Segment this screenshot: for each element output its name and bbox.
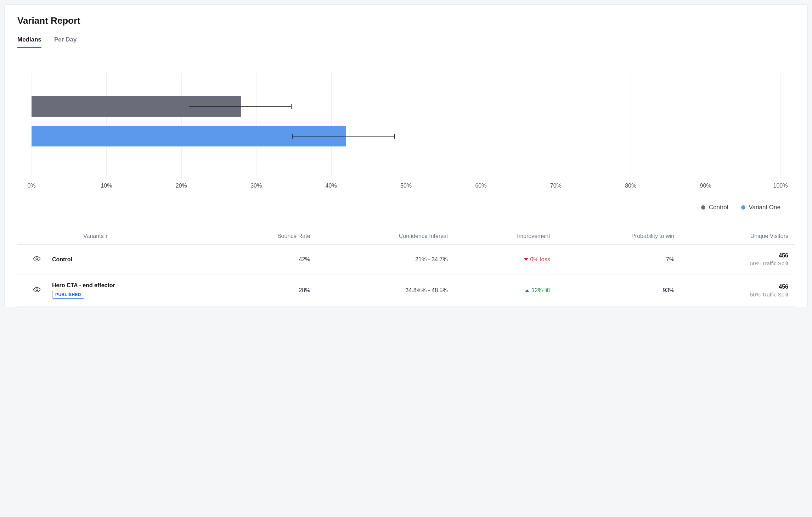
tab-per-day[interactable]: Per Day	[54, 36, 77, 48]
improvement-cell: 0% loss	[454, 245, 557, 274]
chart-gridline	[780, 73, 781, 179]
chart-x-axis: 0%10%20%30%40%50%60%70%80%90%100%	[32, 183, 780, 193]
swatch-variant-icon	[741, 205, 745, 210]
legend-label-variant: Variant One	[749, 204, 780, 211]
tab-medians[interactable]: Medians	[17, 36, 41, 48]
confidence-interval-cell: 21% - 34.7%	[316, 245, 454, 274]
improvement-cell: 12% lift	[454, 274, 557, 307]
th-probability-to-win[interactable]: Probability to win	[557, 228, 681, 245]
unique-visitors-cell: 45650% Traffic Split	[681, 245, 795, 274]
chart-error-bar-variant	[292, 136, 395, 137]
chart-x-tick: 40%	[326, 183, 337, 189]
chart-x-tick: 50%	[400, 183, 412, 189]
variant-report-card: Variant Report Medians Per Day 0%10%20%3…	[4, 4, 808, 307]
chart-x-tick: 80%	[625, 183, 636, 189]
th-confidence-interval[interactable]: Confidence Interval	[316, 228, 454, 245]
chart-x-tick: 90%	[700, 183, 711, 189]
th-improvement[interactable]: Improvement	[454, 228, 557, 245]
bounce-rate-cell: 28%	[215, 274, 316, 307]
svg-point-1	[36, 289, 38, 291]
caret-up-icon	[525, 289, 529, 292]
published-badge: PUBLISHED	[52, 291, 84, 299]
legend-item-control: Control	[701, 204, 728, 211]
bounce-rate-cell: 42%	[215, 245, 316, 274]
legend-item-variant-one: Variant One	[741, 204, 780, 211]
caret-down-icon	[524, 258, 528, 261]
probability-to-win-cell: 93%	[557, 274, 681, 307]
swatch-control-icon	[701, 205, 705, 210]
chart-x-tick: 10%	[101, 183, 112, 189]
table-row: Hero CTA - end effectorPUBLISHED28%34.8%…	[17, 274, 795, 307]
legend-label-control: Control	[709, 204, 728, 211]
svg-point-0	[36, 258, 38, 260]
confidence-interval-cell: 34.8%% - 48.5%	[316, 274, 454, 307]
chart-error-bar-control	[189, 106, 292, 107]
chart: 0%10%20%30%40%50%60%70%80%90%100%	[17, 62, 795, 197]
page-title: Variant Report	[17, 15, 795, 26]
variant-name: Control	[46, 245, 215, 274]
chart-legend: Control Variant One	[17, 197, 795, 221]
tabs: Medians Per Day	[17, 36, 795, 48]
chart-x-tick: 60%	[475, 183, 486, 189]
variants-table: Variants↑ Bounce Rate Confidence Interva…	[17, 228, 795, 307]
unique-visitors-cell: 45650% Traffic Split	[681, 274, 795, 307]
probability-to-win-cell: 7%	[557, 245, 681, 274]
eye-icon[interactable]	[33, 258, 41, 264]
chart-x-tick: 20%	[176, 183, 187, 189]
th-unique-visitors[interactable]: Unique Visitors	[681, 228, 795, 245]
chart-x-tick: 100%	[773, 183, 788, 189]
variant-name: Hero CTA - end effectorPUBLISHED	[46, 274, 215, 307]
sort-ascending-icon: ↑	[105, 233, 108, 239]
th-variants[interactable]: Variants↑	[46, 228, 215, 245]
chart-x-tick: 0%	[27, 183, 35, 189]
eye-icon[interactable]	[33, 289, 41, 295]
chart-x-tick: 70%	[550, 183, 562, 189]
th-bounce-rate[interactable]: Bounce Rate	[215, 228, 316, 245]
chart-x-tick: 30%	[250, 183, 262, 189]
table-row: Control42%21% - 34.7%0% loss7%45650% Tra…	[17, 245, 795, 274]
